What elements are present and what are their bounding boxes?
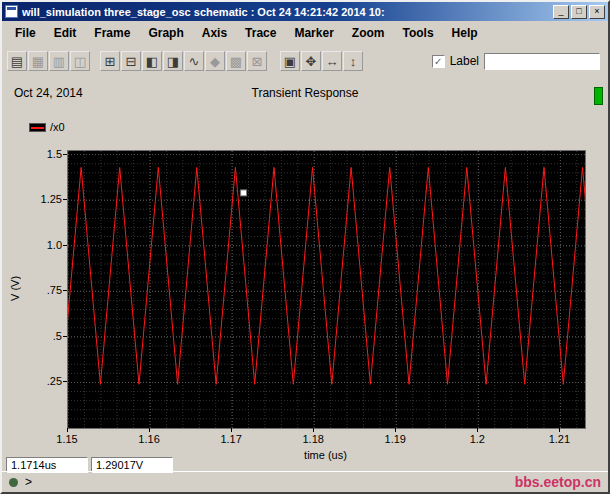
y-tick-mark [63,154,67,155]
menu-file[interactable]: File [6,23,45,43]
title-bar[interactable]: will_simulation three_stage_osc schemati… [2,2,608,21]
waveform-svg [68,151,585,428]
menu-axis[interactable]: Axis [193,23,236,43]
legend-swatch [29,123,46,132]
y-tick-label: 1.25 [26,193,62,205]
y-tick-mark [63,336,67,337]
subwindow-delete-icon[interactable]: ⊟ [121,51,141,71]
plot-canvas[interactable] [67,150,586,429]
x-tick-label: 1.2 [455,433,499,445]
legend-item[interactable]: /x0 [29,121,65,133]
label-checkbox[interactable]: ✓ [432,55,445,68]
legend-label: /x0 [50,121,65,133]
x-tick-label: 1.16 [127,433,171,445]
toolbar-icons: ▤▦▥◫⊞⊟◧◨∿◆▩⊠▣✥↔↕ [7,51,364,71]
menu-tools[interactable]: Tools [393,23,442,43]
strip-chart-icon[interactable]: ▥ [49,51,69,71]
print-icon[interactable]: ▤ [7,51,27,71]
slider-icon[interactable]: ▩ [226,51,246,71]
x-tick-label: 1.15 [45,433,89,445]
redraw-icon[interactable]: ▦ [28,51,48,71]
x-tick-mark [67,428,68,432]
x-tick-mark [313,428,314,432]
close-button[interactable]: × [589,5,605,19]
menu-frame[interactable]: Frame [85,23,139,43]
x-tick-mark [231,428,232,432]
copy-window-icon[interactable]: ◧ [142,51,162,71]
zoom-box-icon[interactable]: ⊠ [247,51,267,71]
toolbar: ▤▦▥◫⊞⊟◧◨∿◆▩⊠▣✥↔↕ ✓ Label [2,45,608,77]
menu-edit[interactable]: Edit [45,23,86,43]
pan-icon[interactable]: ✥ [301,51,321,71]
y-tick-mark [63,290,67,291]
paste-window-icon[interactable]: ◨ [163,51,183,71]
legend: /x0 [29,121,65,133]
legend-swatch-line [31,127,44,129]
menu-zoom[interactable]: Zoom [343,23,394,43]
x-tick-label: 1.18 [291,433,335,445]
status-bar: > bbs.eetop.cn [2,471,608,492]
x-tick-mark [395,428,396,432]
x-tick-mark [477,428,478,432]
window-controls: _□× [553,5,605,19]
label-input[interactable] [484,53,600,70]
minimize-button[interactable]: _ [553,5,569,19]
plot-region: V (V) time (us) 1.51.251.0.75.5.251.151.… [2,150,610,462]
x-tick-mark [149,428,150,432]
plot-title: Transient Response [2,86,608,100]
x-tick-label: 1.17 [209,433,253,445]
y-tick-label: .25 [26,375,62,387]
x-tick-label: 1.21 [537,433,581,445]
menu-trace[interactable]: Trace [236,23,285,43]
menu-help[interactable]: Help [443,23,487,43]
y-axis-title: V (V) [7,150,23,427]
waveform-window: will_simulation three_stage_osc schemati… [0,0,610,494]
y-tick-label: 1.5 [26,148,62,160]
marker-add-icon[interactable]: ◆ [205,51,225,71]
zoom-fit-icon[interactable]: ▣ [280,51,300,71]
label-checkbox-text: Label [450,54,479,68]
subwindow-add-icon[interactable]: ⊞ [100,51,120,71]
trace-edit-icon[interactable]: ∿ [184,51,204,71]
plot-header: Oct 24, 2014 Transient Response [2,86,608,102]
x-tick-label: 1.19 [373,433,417,445]
cursor-box[interactable] [241,190,247,196]
y-tick-mark [63,199,67,200]
y-tick-mark [63,245,67,246]
pane-indicator[interactable] [594,87,603,105]
zoom-y-icon[interactable]: ↕ [343,51,363,71]
x-tick-mark [559,428,560,432]
label-box: ✓ Label [432,53,600,70]
y-tick-label: 1.0 [26,239,62,251]
window-icon [5,5,18,18]
menu-graph[interactable]: Graph [139,23,192,43]
composite-chart-icon[interactable]: ◫ [70,51,90,71]
menu-bar: FileEditFrameGraphAxisTraceMarkerZoomToo… [2,21,608,45]
menu-marker[interactable]: Marker [285,23,342,43]
watermark: bbs.eetop.cn [515,474,601,490]
y-tick-mark [63,381,67,382]
window-title: will_simulation three_stage_osc schemati… [22,6,549,18]
y-tick-label: .5 [26,330,62,342]
zoom-x-icon[interactable]: ↔ [322,51,342,71]
status-dot-icon [9,478,18,487]
command-prompt[interactable]: > [25,475,32,489]
y-tick-label: .75 [26,284,62,296]
maximize-button[interactable]: □ [571,5,587,19]
